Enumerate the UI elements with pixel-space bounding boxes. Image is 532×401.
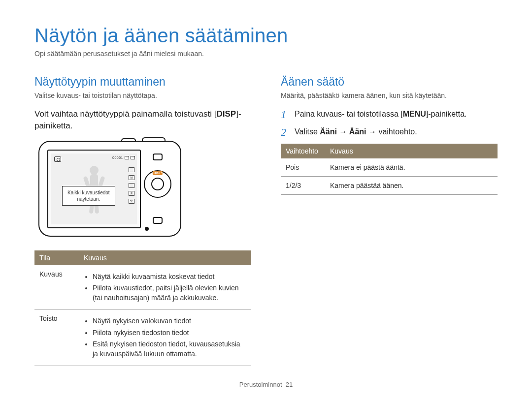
mode-cell: Toisto (34, 309, 79, 366)
th-option: Vaihtoehto (281, 144, 325, 158)
step1-pre: Paina kuvaus- tai toistotilassa [ (295, 110, 403, 118)
indicator-icon-5: 5ᴬ (129, 199, 134, 204)
desc-cell: Näytä nykyisen valokuvan tiedot Piilota … (79, 309, 251, 366)
table-row: Pois Kamera ei päästä ääntä. (281, 158, 498, 177)
camera-shutter-top (142, 137, 166, 141)
step-2: 2 Valitse Ääni → Ääni → vaihtoehto. (281, 126, 498, 139)
step-number: 2 (281, 126, 290, 139)
th-description: Kuvaus (79, 250, 251, 265)
battery-icon (131, 156, 135, 159)
table-row: Toisto Näytä nykyisen valokuvan tiedot P… (34, 309, 251, 366)
step-body: Valitse Ääni → Ääni → vaihtoehto. (295, 126, 417, 139)
camera-status-bar: 00001 (112, 156, 135, 159)
camera-illustration: 00001 M F 5ᴬ (38, 141, 181, 237)
desc-cell: Kamera ei päästä ääntä. (325, 158, 498, 177)
camera-counter: 00001 (112, 156, 123, 159)
step2-bold1: Ääni (320, 127, 337, 136)
screen-callout: Kaikki kuvaustiedot näytetään. (62, 186, 115, 206)
camera-right-indicator-stack: M F 5ᴬ (129, 167, 134, 204)
footer-page-number: 21 (286, 381, 293, 388)
sd-card-icon (125, 156, 129, 159)
camera-screen: 00001 M F 5ᴬ (47, 150, 141, 228)
indicator-icon-3 (129, 183, 134, 188)
list-item: Näytä nykyisen valokuvan tiedot (93, 316, 246, 326)
right-column: Äänen säätö Määritä, päästääkö kamera ää… (281, 75, 498, 366)
indicator-icon-4: F (129, 191, 134, 196)
camera-shutter-top-2 (121, 138, 136, 141)
page-subtitle: Opi säätämään perusasetukset ja ääni mie… (34, 50, 498, 58)
camera-top-button (153, 154, 163, 160)
callout-line-2: näytetään. (67, 196, 110, 202)
footer-section: Perustoiminnot (239, 381, 282, 388)
left-column: Näyttötyypin muuttaminen Valitse kuvaus-… (34, 75, 251, 366)
table-row: 1/2/3 Kamera päästää äänen. (281, 177, 498, 195)
camera-mode-icon (54, 156, 61, 162)
sound-options-table: Vaihtoehto Kuvaus Pois Kamera ei päästä … (281, 144, 498, 195)
page-title: Näytön ja äänen säätäminen (34, 25, 498, 47)
indicator-icon-1 (129, 167, 134, 172)
th-mode: Tila (34, 250, 79, 265)
option-cell: Pois (281, 158, 325, 177)
camera-led-icon (145, 227, 149, 231)
page-footer: Perustoiminnot 21 (0, 381, 532, 388)
th-description: Kuvaus (325, 144, 498, 158)
table-row: Kuvaus Näytä kaikki kuvaamista koskevat … (34, 265, 251, 309)
step2-bold2: Ääni (349, 127, 366, 136)
step2-arrow2: → (366, 127, 379, 136)
mode-cell: Kuvaus (34, 265, 79, 309)
list-item: Esitä nykyisen tiedoston tiedot, kuvausa… (93, 339, 246, 359)
step2-tail: vaihtoehto. (378, 127, 417, 136)
disp-key-label: DISP (217, 109, 236, 119)
desc-cell: Kamera päästää äänen. (325, 177, 498, 195)
display-type-heading: Näyttötyypin muuttaminen (34, 75, 251, 89)
menu-key-label: MENU (403, 110, 426, 118)
display-mode-table: Tila Kuvaus Kuvaus Näytä kaikki kuvaamis… (34, 250, 251, 366)
camera-dpad: DISP (144, 170, 171, 198)
list-item: Piilota nykyisen tiedoston tiedot (93, 328, 246, 338)
desc-cell: Näytä kaikki kuvaamista koskevat tiedot … (79, 265, 251, 309)
svg-point-0 (90, 166, 99, 175)
step2-pre: Valitse (295, 127, 320, 136)
display-type-caption: Valitse kuvaus- tai toistotilan näyttöta… (34, 92, 251, 99)
display-type-instruction: Voit vaihtaa näyttötyyppiä painamalla to… (34, 108, 251, 132)
callout-line-1: Kaikki kuvaustiedot (67, 189, 110, 196)
indicator-icon-2: M (129, 175, 134, 180)
sound-caption: Määritä, päästääkö kamera äänen, kun sit… (281, 92, 498, 99)
instr-pre: Voit vaihtaa näyttötyyppiä painamalla to… (34, 109, 217, 119)
step-1: 1 Paina kuvaus- tai toistotilassa [MENU]… (281, 108, 498, 121)
camera-screen-inner: 00001 M F 5ᴬ (51, 154, 137, 224)
step-body: Paina kuvaus- tai toistotilassa [MENU]-p… (295, 108, 467, 121)
camera-bottom-button (153, 217, 163, 224)
step-number: 1 (281, 108, 290, 121)
list-item: Näytä kaikki kuvaamista koskevat tiedot (93, 272, 246, 281)
sound-heading: Äänen säätö (281, 75, 498, 89)
step2-arrow1: → (337, 127, 349, 136)
step1-post: ]-painiketta. (426, 110, 467, 118)
option-cell: 1/2/3 (281, 177, 325, 195)
list-item: Piilota kuvaustiedot, paitsi jäljellä ol… (93, 283, 246, 303)
disp-badge: DISP (153, 171, 163, 175)
